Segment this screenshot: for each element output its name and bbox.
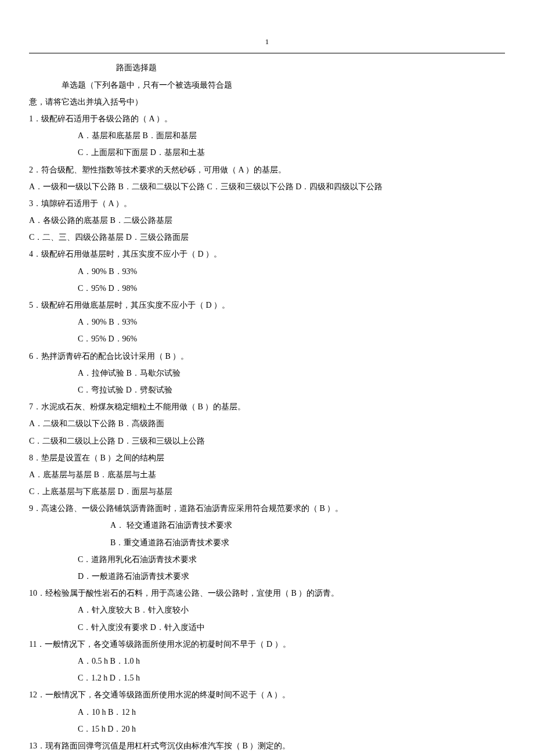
- question-1-options-2: C．上面层和下面层 D．基层和土基: [29, 145, 505, 160]
- document-title: 路面选择题: [29, 60, 505, 75]
- question-4: 4．级配碎石用做基层时，其压实度不应小于（ D ）。: [29, 247, 505, 261]
- question-9-options-4: D．一般道路石油沥青技术要求: [29, 569, 505, 584]
- question-4-options-2: C．95% D．98%: [29, 281, 505, 296]
- instruction-line1: 单选题（下列各题中，只有一个被选项最符合题: [29, 78, 505, 92]
- question-11: 11．一般情况下，各交通等级路面所使用水泥的初凝时间不早于（ D ）。: [29, 637, 505, 651]
- question-7-options-1: A．二级和二级以下公路 B．高级路面: [29, 416, 505, 431]
- page-number: 1: [29, 35, 505, 48]
- instruction-line2: 意，请将它选出并填入括号中）: [29, 95, 505, 109]
- question-12-options-1: A．10 h B．12 h: [29, 705, 505, 719]
- question-7: 7．水泥或石灰、粉煤灰稳定细粒土不能用做（ B ）的基层。: [29, 399, 505, 414]
- question-10-options-1: A．针入度较大 B．针入度较小: [29, 603, 505, 617]
- question-8-options-2: C．上底基层与下底基层 D．面层与基层: [29, 484, 505, 499]
- question-2: 2．符合级配、塑性指数等技术要求的天然砂砾，可用做（ A ）的基层。: [29, 163, 505, 177]
- question-9: 9．高速公路、一级公路铺筑沥青路面时，道路石油沥青应采用符合规范要求的（ B ）…: [29, 501, 505, 516]
- question-1-options-1: A．基层和底基层 B．面层和基层: [29, 128, 505, 143]
- question-9-options-2: B．重交通道路石油沥青技术要求: [29, 535, 505, 550]
- question-12: 12．一般情况下，各交通等级路面所使用水泥的终凝时间不迟于（ A ）。: [29, 687, 505, 702]
- question-13: 13．现有路面回弹弯沉值是用杠杆式弯沉仪由标准汽车按（ B ）测定的。: [29, 739, 505, 753]
- question-5: 5．级配碎石用做底基层时，其压实度不应小于（ D ）。: [29, 298, 505, 312]
- question-10: 10．经检验属于酸性岩石的石料，用于高速公路、一级公路时，宜使用（ B ）的沥青…: [29, 586, 505, 600]
- question-5-options-2: C．95% D．96%: [29, 332, 505, 346]
- question-6-options-1: A．拉伸试验 B．马歇尔试验: [29, 366, 505, 380]
- question-3-options-1: A．各级公路的底基层 B．二级公路基层: [29, 213, 505, 228]
- question-6: 6．热拌沥青碎石的配合比设计采用（ B ）。: [29, 349, 505, 363]
- question-10-options-2: C．针入度没有要求 D．针入度适中: [29, 620, 505, 635]
- question-2-options: A．一级和一级以下公路 B．二级和二级以下公路 C．三级和三级以下公路 D．四级…: [29, 179, 505, 194]
- question-5-options-1: A．90% B．93%: [29, 315, 505, 329]
- question-8: 8．垫层是设置在（ B ）之间的结构层: [29, 451, 505, 465]
- horizontal-rule: [29, 53, 505, 53]
- question-9-options-1: A． 轻交通道路石油沥青技术要求: [29, 518, 505, 532]
- question-11-options-2: C．1.2 h D．1.5 h: [29, 671, 505, 685]
- question-4-options-1: A．90% B．93%: [29, 264, 505, 279]
- question-3-options-2: C．二、三、四级公路基层 D．三级公路面层: [29, 230, 505, 244]
- question-9-options-3: C．道路用乳化石油沥青技术要求: [29, 552, 505, 567]
- question-12-options-2: C．15 h D．20 h: [29, 722, 505, 736]
- question-1: 1．级配碎石适用于各级公路的（ A ）。: [29, 111, 505, 126]
- question-6-options-2: C．弯拉试验 D．劈裂试验: [29, 383, 505, 397]
- question-8-options-1: A．底基层与基层 B．底基层与土基: [29, 467, 505, 482]
- question-3: 3．填隙碎石适用于（ A ）。: [29, 196, 505, 211]
- question-7-options-2: C．二级和二级以上公路 D．三级和三级以上公路: [29, 434, 505, 448]
- question-11-options-1: A．0.5 h B．1.0 h: [29, 654, 505, 668]
